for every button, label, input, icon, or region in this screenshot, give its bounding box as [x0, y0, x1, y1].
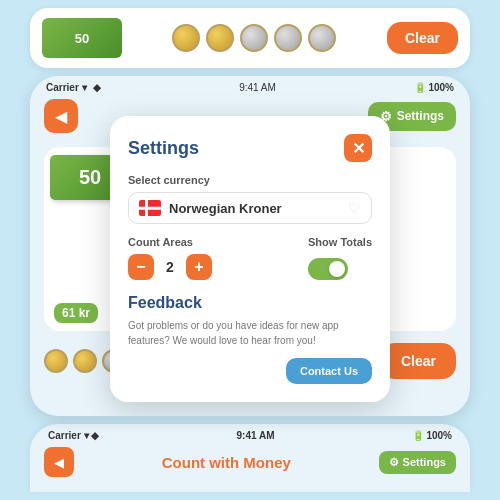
main-phone: Carrier ▾ ◆ 9:41 AM 🔋 100% ◀ ⚙ Settings … [30, 76, 470, 416]
carrier-text: Carrier ▾ ◆ [46, 82, 101, 93]
back-icon-bottom: ◀ [54, 455, 64, 470]
coin-2 [206, 24, 234, 52]
feedback-text: Got problems or do you have ideas for ne… [128, 318, 372, 348]
toggle-container [308, 258, 372, 280]
settings-label: Settings [397, 109, 444, 123]
show-totals-label: Show Totals [308, 236, 372, 248]
toggle-thumb [329, 261, 345, 277]
amount-badge: 61 kr [54, 303, 98, 323]
bottom-coin-2 [73, 349, 97, 373]
currency-section-label: Select currency [128, 174, 372, 186]
currency-selector[interactable]: Norwegian Kroner ♡ [128, 192, 372, 224]
coin-1 [172, 24, 200, 52]
show-totals-group: Show Totals [308, 236, 372, 280]
contact-us-button[interactable]: Contact Us [286, 358, 372, 384]
norway-flag-icon [139, 200, 161, 216]
show-totals-toggle[interactable] [308, 258, 348, 280]
banknote-image: 50 [42, 18, 122, 58]
settings-label-bottom: Settings [403, 456, 446, 468]
decrement-button[interactable]: − [128, 254, 154, 280]
back-button-bottom[interactable]: ◀ [44, 447, 74, 477]
coin-5 [308, 24, 336, 52]
gear-icon-bottom: ⚙ [389, 456, 399, 469]
count-areas-group: Count Areas − 2 + [128, 236, 212, 280]
close-icon: ✕ [352, 139, 365, 158]
bottom-battery: 🔋 100% [412, 430, 452, 441]
settings-modal: Settings ✕ Select currency Norwegian Kro… [110, 116, 390, 402]
feedback-title: Feedback [128, 294, 372, 312]
increment-button[interactable]: + [186, 254, 212, 280]
clear-button-main[interactable]: Clear [381, 343, 456, 379]
currency-left: Norwegian Kroner [139, 200, 282, 216]
back-arrow-icon: ◀ [55, 107, 67, 126]
favorite-icon: ♡ [348, 200, 361, 216]
top-phone-strip: 50 Clear [30, 8, 470, 68]
bottom-phone-strip: Carrier ▾ ◆ 9:41 AM 🔋 100% ◀ Count with … [30, 424, 470, 492]
count-stepper: − 2 + [128, 254, 212, 280]
modal-header: Settings ✕ [128, 134, 372, 162]
status-bar: Carrier ▾ ◆ 9:41 AM 🔋 100% [30, 76, 470, 95]
bottom-carrier: Carrier ▾ ◆ [48, 430, 99, 441]
coin-3 [240, 24, 268, 52]
bottom-time: 9:41 AM [237, 430, 275, 441]
bottom-header: ◀ Count with Money ⚙ Settings [44, 443, 456, 481]
modal-title: Settings [128, 138, 199, 159]
currency-name: Norwegian Kroner [169, 201, 282, 216]
settings-button-bottom[interactable]: ⚙ Settings [379, 451, 456, 474]
bottom-status-bar: Carrier ▾ ◆ 9:41 AM 🔋 100% [44, 424, 456, 443]
coins-display [172, 24, 336, 52]
coin-4 [274, 24, 302, 52]
time-text: 9:41 AM [239, 82, 276, 93]
bottom-coin-1 [44, 349, 68, 373]
clear-button-top[interactable]: Clear [387, 22, 458, 54]
count-areas-label: Count Areas [128, 236, 212, 248]
battery-text: 🔋 100% [414, 82, 454, 93]
app-title-bottom: Count with Money [162, 454, 291, 471]
controls-row: Count Areas − 2 + Show Totals [128, 236, 372, 280]
close-modal-button[interactable]: ✕ [344, 134, 372, 162]
back-button[interactable]: ◀ [44, 99, 78, 133]
count-value: 2 [162, 259, 178, 275]
